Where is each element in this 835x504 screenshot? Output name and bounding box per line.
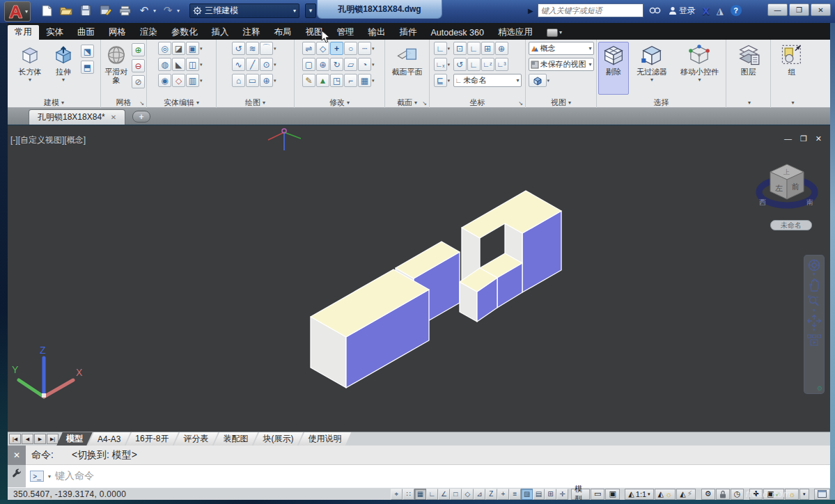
solidedit-dd1-icon[interactable]: ▾ — [200, 46, 205, 52]
layout-tab-16k8k[interactable]: 16开-8开 — [125, 432, 178, 446]
panel-title-solid-editing[interactable]: 实体编辑▾ — [147, 97, 216, 108]
grid-display-toggle[interactable]: ▦ — [414, 489, 426, 500]
modify-dd3-icon[interactable]: ▾ — [372, 78, 377, 84]
line-button[interactable]: ╱ — [246, 58, 259, 71]
navbar-settings-icon[interactable]: ⚙ — [817, 385, 822, 392]
command-input-row[interactable]: >_ ▾ 键入命令 — [26, 465, 830, 487]
next-layout-button[interactable]: ▶ — [34, 434, 46, 444]
slice-button[interactable]: ◪ — [172, 42, 185, 55]
viewport-controls-label[interactable]: [-][自定义视图][概念] — [10, 134, 86, 146]
scale-button[interactable]: ◳ — [330, 74, 343, 87]
dynamic-input-toggle[interactable]: + — [497, 489, 509, 500]
extrude-button[interactable]: 拉伸 ▾ — [47, 42, 79, 95]
wheel-dropdown-icon[interactable]: ▾ — [813, 272, 816, 276]
array-button[interactable]: ▦ — [358, 74, 371, 87]
ucs-face-button[interactable]: ⊕ — [495, 42, 508, 55]
polyline-button[interactable]: ↺ — [232, 42, 245, 55]
ucs-dd3-icon[interactable]: ▾ — [448, 78, 453, 84]
viewcube-ucs-button[interactable]: 未命名 — [770, 220, 812, 230]
viewcube-south-label[interactable]: 南 — [806, 198, 813, 206]
command-recent-dropdown-icon[interactable]: ▾ — [48, 473, 51, 480]
tab-view[interactable]: 视图 — [299, 25, 330, 40]
panel-title-view[interactable]: 视图▾ — [526, 97, 596, 108]
smooth-refine-button[interactable]: ⊘ — [132, 75, 145, 88]
fillet-button[interactable]: ◔ — [358, 58, 371, 71]
status-bar-menu-button[interactable]: ▾ — [799, 489, 809, 500]
smooth-more-button[interactable]: ⊕ — [132, 43, 145, 56]
workspace-combo[interactable]: 三维建模 ▾ — [189, 3, 299, 18]
command-input-placeholder[interactable]: 键入命令 — [55, 470, 94, 482]
viewport-minimize-icon[interactable]: — — [784, 134, 792, 143]
gizmo-dd-icon[interactable]: ▾ — [698, 77, 701, 83]
showmotion-button[interactable] — [805, 333, 823, 347]
section-launcher-icon[interactable]: ↘ — [422, 100, 427, 107]
help-icon[interactable]: ? — [729, 5, 743, 16]
coordinates-launcher-icon[interactable]: ↘ — [518, 100, 523, 107]
command-customize-button[interactable] — [8, 465, 26, 487]
visual-style-combo[interactable]: 概念 ▾ — [529, 42, 594, 55]
panel-title-draw[interactable]: 绘图▾ — [217, 97, 294, 108]
ellipse-button[interactable]: ⊕ — [260, 74, 273, 87]
toolbar-lock-button[interactable] — [716, 489, 730, 500]
panel-title-modify[interactable]: 修改▾ — [295, 97, 384, 108]
undo-button[interactable]: ↶ — [136, 3, 152, 18]
ucs-icon-show-button[interactable]: ∟ — [434, 42, 447, 55]
selection-filter-dd-icon[interactable]: ▾ — [650, 77, 653, 83]
copy-button[interactable]: ▢ — [302, 58, 315, 71]
first-layout-button[interactable]: |◀ — [9, 434, 21, 444]
fillet-edge-button[interactable]: ◣ — [172, 58, 185, 71]
tab-insert[interactable]: 插入 — [205, 25, 236, 40]
tab-mesh[interactable]: 网格 — [102, 25, 133, 40]
move-button[interactable]: ⊕ — [316, 58, 329, 71]
viewport-config-dd-icon[interactable]: ▾ — [547, 78, 552, 84]
restore-button[interactable]: ❐ — [789, 3, 809, 16]
new-button[interactable] — [39, 3, 54, 18]
polygon-button[interactable]: ⌂ — [232, 74, 245, 87]
object-snap-tracking-toggle[interactable]: ⊿ — [474, 489, 485, 500]
isolate-objects-button[interactable]: ◷ — [731, 489, 744, 500]
rotate3d-gizmo-button[interactable]: ◇ — [316, 42, 329, 55]
ucs-world-button[interactable]: ∟ — [467, 42, 481, 55]
object-snap-toggle[interactable]: □ — [450, 489, 462, 500]
ucs-dd2-icon[interactable]: ▾ — [448, 62, 453, 68]
quick-properties-toggle[interactable]: ▤ — [533, 489, 545, 500]
annotation-visibility-button[interactable]: ◭☼ — [655, 489, 676, 500]
layout-tab-instructions[interactable]: 使用说明 — [298, 432, 351, 446]
app-menu-button[interactable]: ▾ — [4, 1, 31, 22]
viewcube-left-label[interactable]: 左 — [775, 184, 783, 192]
panel-title-selection[interactable]: 选择 — [597, 97, 726, 108]
viewcube[interactable]: 西 南 上 左 前 — [755, 156, 819, 217]
clean-screen-button[interactable] — [814, 489, 830, 500]
select-similar-button[interactable]: ○ — [344, 42, 357, 55]
open-button[interactable] — [58, 3, 74, 18]
panel-title-modeling[interactable]: 建模▾ — [8, 97, 100, 108]
exchange-apps-icon[interactable]: X — [701, 5, 711, 17]
ellipse-dropdown-icon[interactable]: ▾ — [274, 78, 279, 84]
intersect-button[interactable]: ◉ — [158, 74, 171, 87]
zoom-button[interactable]: ▾ — [805, 294, 823, 313]
ortho-mode-toggle[interactable]: ∟ — [426, 489, 438, 500]
layout-tab-block[interactable]: 块(展示) — [253, 432, 303, 446]
circle-button[interactable]: ⊙ — [260, 58, 273, 71]
annotation-autoscale-button[interactable]: ◭⚡ — [676, 489, 696, 500]
union-button[interactable]: ◎ — [158, 42, 171, 55]
layout-tab-score[interactable]: 评分表 — [173, 432, 218, 446]
box-dropdown-icon[interactable]: ▾ — [29, 77, 31, 83]
rectangle-button[interactable]: ▭ — [246, 74, 259, 87]
plot-button[interactable] — [117, 3, 132, 18]
snap-mode-toggle[interactable]: ∷ — [403, 489, 414, 500]
trim-button[interactable]: ⌐ — [344, 74, 357, 87]
tab-parametric[interactable]: 参数化 — [164, 25, 205, 40]
infer-constraints-toggle[interactable]: ⌖ — [391, 489, 403, 500]
panel-title-section[interactable]: 截面▾↘ — [385, 97, 429, 108]
modify-dd1-icon[interactable]: ▾ — [372, 46, 377, 52]
tab-featured-apps[interactable]: 精选应用 — [491, 25, 540, 40]
culling-button[interactable]: 剔除 — [598, 42, 629, 95]
communication-center-icon[interactable]: ◮ — [715, 6, 725, 16]
extract-edges-button[interactable]: ▣ — [186, 42, 199, 55]
minimize-button[interactable]: — — [767, 3, 788, 16]
ucs-3point-button[interactable]: ∟³ — [495, 58, 508, 71]
viewcube-west-label[interactable]: 西 — [759, 198, 766, 206]
annotation-monitor-toggle[interactable]: ✛ — [556, 489, 568, 500]
quick-view-layouts-button[interactable]: ▣ — [605, 489, 619, 500]
